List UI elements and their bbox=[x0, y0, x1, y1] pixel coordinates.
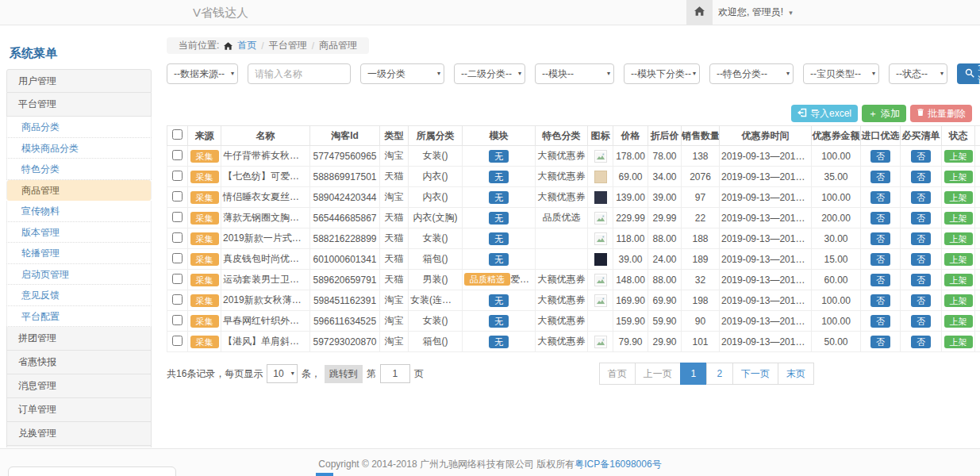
sidebar-item-goods-category[interactable]: 商品分类 bbox=[6, 117, 152, 138]
sidebar-item-feedback[interactable]: 意见反馈 bbox=[6, 285, 152, 306]
filter-select-level1-category[interactable]: 一级分类▾ bbox=[360, 63, 444, 84]
search-button[interactable]: 查询 bbox=[957, 63, 980, 84]
sidebar-item-shenghui-news[interactable]: 省惠快报 bbox=[6, 351, 152, 374]
column-header-status: 状态 bbox=[942, 126, 975, 146]
module-extra-text: 爱上运动 bbox=[510, 274, 536, 285]
chevron-down-icon: ▾ bbox=[789, 9, 793, 17]
sidebar-item-message-mgmt[interactable]: 消息管理 bbox=[6, 374, 152, 398]
row-checkbox[interactable] bbox=[172, 336, 183, 346]
sidebar-item-stats-mgmt[interactable]: 统计管理 bbox=[6, 446, 152, 447]
cell-check bbox=[167, 311, 188, 332]
product-thumbnail bbox=[594, 150, 607, 163]
pager-button-1[interactable]: 1 bbox=[680, 363, 707, 385]
row-checkbox[interactable] bbox=[172, 232, 183, 243]
table-row: 采集【七色纺】可爱纯棉家...588869917501天猫内衣()无大额优惠券6… bbox=[167, 167, 980, 187]
sidebar-item-user-mgmt[interactable]: 用户管理 bbox=[6, 69, 152, 93]
cell-coupon_amount: 50.00 bbox=[812, 332, 861, 352]
cell-type: 天猫 bbox=[380, 249, 409, 270]
row-checkbox[interactable] bbox=[172, 171, 183, 181]
row-checkbox[interactable] bbox=[172, 294, 183, 305]
page-number-input[interactable] bbox=[380, 364, 410, 383]
sidebar-item-carousel-mgmt[interactable]: 轮播管理 bbox=[6, 243, 152, 264]
jump-button[interactable]: 跳转到 bbox=[325, 365, 363, 383]
row-checkbox[interactable] bbox=[172, 315, 183, 325]
row-checkbox[interactable] bbox=[172, 274, 183, 284]
sidebar-item-goods-mgmt[interactable]: 商品管理 bbox=[6, 180, 152, 202]
filter-input-name[interactable] bbox=[248, 63, 351, 84]
filter-select-module[interactable]: --模块--▾ bbox=[535, 63, 614, 84]
imported-badge: 否 bbox=[870, 232, 890, 245]
per-page-select[interactable]: 10 ▾ bbox=[267, 364, 297, 383]
cell-module: 无 bbox=[463, 290, 536, 311]
module-badge: 无 bbox=[489, 191, 509, 204]
row-checkbox[interactable] bbox=[172, 150, 183, 160]
row-checkbox[interactable] bbox=[172, 212, 183, 222]
column-header-type: 类型 bbox=[380, 126, 409, 146]
column-header-imported: 进口优选 bbox=[861, 126, 901, 146]
pager-button-2[interactable]: 2 bbox=[706, 363, 733, 385]
add-button[interactable]: ＋ 添加 bbox=[862, 105, 906, 122]
cell-source: 采集 bbox=[188, 311, 221, 332]
status-badge: 上架 bbox=[944, 150, 973, 163]
cell-thumb bbox=[588, 187, 613, 208]
breadcrumb-home-link[interactable]: 首页 bbox=[237, 39, 256, 52]
filter-select-status[interactable]: --状态--▾ bbox=[889, 63, 947, 84]
sidebar-item-splash-mgmt[interactable]: 启动页管理 bbox=[6, 264, 152, 286]
sidebar-item-version-mgmt[interactable]: 版本管理 bbox=[6, 222, 152, 244]
records-summary: 共16条记录，每页显示 bbox=[167, 367, 263, 381]
cell-module: 无 bbox=[463, 228, 536, 249]
pager-button-首页[interactable]: 首页 bbox=[599, 363, 636, 385]
cell-category: 男装() bbox=[409, 270, 463, 290]
must-buy-badge: 否 bbox=[911, 191, 931, 204]
cell-feature: 大额优惠券 bbox=[536, 167, 588, 187]
page: V省钱达人 欢迎您, 管理员! ▾ 系统菜单 用户管理平台管理商品分类模块商品分… bbox=[0, 0, 980, 476]
pager-button-上一页[interactable]: 上一页 bbox=[635, 363, 681, 385]
cell-check bbox=[167, 146, 188, 167]
must-buy-badge: 否 bbox=[911, 253, 931, 266]
imported-badge: 否 bbox=[870, 191, 890, 204]
pager-button-下一页[interactable]: 下一页 bbox=[732, 363, 778, 385]
filter-select-item-type[interactable]: --宝贝类型--▾ bbox=[803, 63, 879, 84]
sidebar-item-platform-config[interactable]: 平台配置 bbox=[6, 306, 152, 328]
column-header-ops: 操作 bbox=[975, 126, 980, 146]
batch-delete-button[interactable]: 批量删除 bbox=[910, 105, 972, 122]
filter-select-data-source[interactable]: --数据来源--▾ bbox=[167, 63, 238, 84]
filter-select-level2-category[interactable]: --二级分类--▾ bbox=[454, 63, 525, 84]
home-button[interactable] bbox=[686, 0, 713, 25]
pager-button-末页[interactable]: 末页 bbox=[778, 363, 814, 385]
cell-ops bbox=[975, 290, 980, 311]
filter-select-feature-category[interactable]: --特色分类--▾ bbox=[709, 63, 794, 84]
sidebar-item-order-mgmt[interactable]: 订单管理 bbox=[6, 398, 152, 422]
select-all-checkbox[interactable] bbox=[172, 129, 183, 140]
cell-coupon_time: 2019-09-13—2019-09-17 bbox=[720, 208, 812, 228]
cell-sales: 188 bbox=[682, 228, 720, 249]
must-buy-badge: 否 bbox=[911, 212, 931, 225]
sidebar-item-promo-material[interactable]: 宣传物料 bbox=[6, 201, 152, 222]
sidebar-item-module-goods-category[interactable]: 模块商品分类 bbox=[6, 138, 152, 159]
sidebar-item-platform-mgmt[interactable]: 平台管理 bbox=[6, 93, 152, 117]
cell-check bbox=[167, 167, 188, 187]
sidebar-item-groupbuy-mgmt[interactable]: 拼团管理 bbox=[6, 327, 152, 351]
sidebar-item-exchange-mgmt[interactable]: 兑换管理 bbox=[6, 422, 152, 446]
cell-module: 无 bbox=[463, 146, 536, 167]
cell-thumb bbox=[588, 167, 613, 187]
filter-select-module-sub-category[interactable]: --模块下分类--▾ bbox=[624, 63, 700, 84]
sidebar-item-feature-category[interactable]: 特色分类 bbox=[6, 159, 152, 180]
import-excel-button[interactable]: 导入excel bbox=[791, 105, 858, 122]
chevron-down-icon: ▾ bbox=[693, 64, 696, 83]
row-checkbox[interactable] bbox=[172, 191, 183, 202]
table-header-row: 来源名称淘客Id类型所属分类模块特色分类图标价格折后价销售数量优惠券时间优惠券金… bbox=[167, 126, 980, 146]
user-menu[interactable]: 欢迎您, 管理员! ▾ bbox=[718, 0, 793, 25]
cell-module: 无 bbox=[463, 208, 536, 228]
icp-link[interactable]: 粤ICP备16098006号 bbox=[575, 459, 661, 470]
home-icon bbox=[224, 42, 233, 50]
column-header-sales: 销售数量 bbox=[682, 126, 720, 146]
column-header-category: 所属分类 bbox=[409, 126, 463, 146]
row-checkbox[interactable] bbox=[172, 253, 183, 263]
pagination-summary: 共16条记录，每页显示 10 ▾ 条， 跳转到 第 页 bbox=[167, 364, 424, 383]
cell-feature bbox=[536, 249, 588, 270]
chevron-down-icon: ▾ bbox=[607, 64, 610, 83]
cell-imported: 否 bbox=[861, 208, 901, 228]
product-thumbnail bbox=[594, 294, 607, 307]
action-bar: 导入excel ＋ 添加 批量删除 bbox=[167, 105, 972, 122]
